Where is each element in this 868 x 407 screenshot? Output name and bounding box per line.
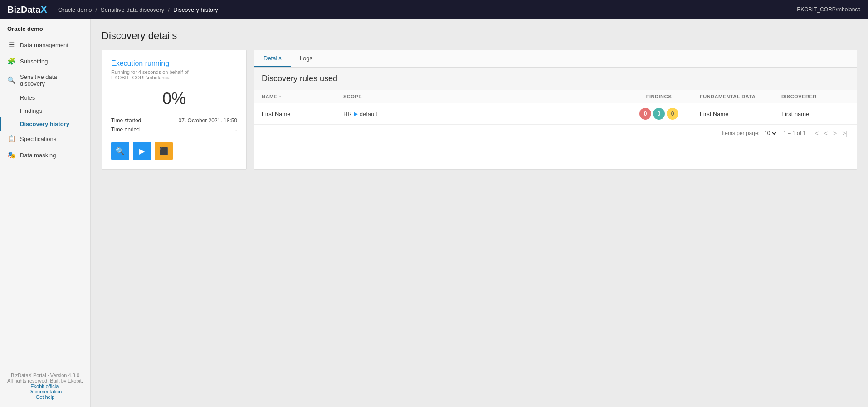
topbar-user: EKOBIT_CORP\mbolanca bbox=[797, 6, 861, 13]
footer-rights: All rights reserved. Built by Ekobit. bbox=[7, 378, 83, 383]
row-findings: 0 0 0 bbox=[618, 108, 700, 120]
sidebar-item-data-management[interactable]: ☰ Data management bbox=[0, 37, 90, 53]
badge-teal: 0 bbox=[653, 108, 665, 120]
badge-red: 0 bbox=[639, 108, 651, 120]
sensitive-data-icon: 🔍 bbox=[7, 76, 15, 84]
sidebar-item-specifications[interactable]: 📋 Specifications bbox=[0, 131, 90, 147]
page-last-button[interactable]: >| bbox=[840, 129, 849, 138]
pagination-nav: |< < > >| bbox=[811, 129, 849, 138]
page-prev-button[interactable]: < bbox=[822, 129, 829, 138]
badge-yellow: 0 bbox=[667, 108, 678, 120]
table-footer: Items per page: 10 25 50 1 – 1 of 1 |< <… bbox=[254, 125, 857, 141]
breadcrumb-sensitive-data-discovery[interactable]: Sensitive data discovery bbox=[101, 6, 164, 13]
breadcrumb-discovery-history: Discovery history bbox=[173, 6, 218, 13]
sidebar: Oracle demo ☰ Data management 🧩 Subsetti… bbox=[0, 19, 91, 407]
execution-subtitle: Running for 4 seconds on behalf of EKOBI… bbox=[111, 69, 237, 80]
play-button[interactable]: ▶ bbox=[133, 142, 151, 160]
logo-x: X bbox=[40, 4, 47, 15]
sidebar-label-data-masking: Data masking bbox=[20, 152, 56, 159]
footer-link-docs[interactable]: Documentation bbox=[7, 389, 83, 394]
findings-badges: 0 0 0 bbox=[618, 108, 700, 120]
col-header-findings: FINDINGS bbox=[618, 94, 700, 99]
footer-version: BizDataX Portal · Version 4.3.0 bbox=[7, 373, 83, 378]
execution-info: Time started 07. October 2021. 18:50 Tim… bbox=[111, 117, 237, 133]
row-fundamental: First Name bbox=[700, 111, 781, 117]
col-header-fundamental: FUNDAMENTAL DATA bbox=[700, 94, 781, 99]
sidebar-item-findings[interactable]: Findings bbox=[0, 104, 90, 117]
execution-status: Execution running bbox=[111, 59, 237, 68]
page-title: Discovery details bbox=[102, 30, 857, 42]
topbar: BizDataX Oracle demo / Sensitive data di… bbox=[0, 0, 868, 19]
sidebar-label-data-management: Data management bbox=[20, 42, 68, 48]
footer-link-help[interactable]: Get help bbox=[7, 394, 83, 400]
breadcrumb: Oracle demo / Sensitive data discovery /… bbox=[58, 6, 218, 13]
scope-arrow-icon: ▶ bbox=[354, 111, 358, 117]
time-started-row: Time started 07. October 2021. 18:50 bbox=[111, 117, 237, 124]
scope-from: HR bbox=[343, 111, 352, 117]
subsetting-icon: 🧩 bbox=[7, 57, 15, 65]
specifications-icon: 📋 bbox=[7, 135, 15, 143]
sidebar-item-data-masking[interactable]: 🎭 Data masking bbox=[0, 147, 90, 163]
table-row: First Name HR ▶ default 0 0 bbox=[254, 103, 857, 125]
time-started-value: 07. October 2021. 18:50 bbox=[179, 117, 237, 124]
col-header-name: NAME ↑ bbox=[262, 94, 343, 99]
time-ended-row: Time ended - bbox=[111, 126, 237, 133]
scope-to: default bbox=[360, 111, 377, 117]
sidebar-label-subsetting: Subsetting bbox=[20, 58, 48, 65]
scope-text: HR ▶ default bbox=[343, 111, 377, 117]
breadcrumb-sep-1: / bbox=[95, 6, 97, 13]
execution-percent: 0% bbox=[111, 89, 237, 108]
time-started-label: Time started bbox=[111, 117, 141, 124]
page-first-button[interactable]: |< bbox=[811, 129, 820, 138]
execution-panel: Execution running Running for 4 seconds … bbox=[102, 50, 247, 170]
breadcrumb-oracle-demo[interactable]: Oracle demo bbox=[58, 6, 92, 13]
sidebar-item-rules[interactable]: Rules bbox=[0, 91, 90, 104]
stop-button[interactable]: ⬛ bbox=[155, 142, 173, 160]
main-content: Discovery details Execution running Runn… bbox=[91, 19, 868, 407]
breadcrumb-sep-2: / bbox=[168, 6, 170, 13]
col-header-scope: SCOPE bbox=[343, 94, 618, 99]
logo: BizDataX bbox=[7, 4, 47, 15]
pagination-range: 1 – 1 of 1 bbox=[783, 130, 806, 136]
sidebar-item-discovery-history[interactable]: Discovery history bbox=[0, 117, 90, 131]
table-header: NAME ↑ SCOPE FINDINGS FUNDAMENTAL DATA D… bbox=[254, 90, 857, 103]
rules-section-title: Discovery rules used bbox=[254, 68, 857, 90]
items-per-page: Items per page: 10 25 50 bbox=[722, 130, 778, 137]
tab-logs[interactable]: Logs bbox=[291, 50, 322, 67]
rules-table: NAME ↑ SCOPE FINDINGS FUNDAMENTAL DATA D… bbox=[254, 90, 857, 141]
content-area: Execution running Running for 4 seconds … bbox=[102, 50, 857, 170]
tab-details[interactable]: Details bbox=[254, 50, 291, 67]
page-next-button[interactable]: > bbox=[831, 129, 839, 138]
time-ended-value: - bbox=[235, 126, 237, 133]
per-page-select[interactable]: 10 25 50 bbox=[762, 130, 778, 137]
search-button[interactable]: 🔍 bbox=[111, 142, 129, 160]
row-name: First Name bbox=[262, 111, 343, 117]
logo-biz: BizData bbox=[7, 5, 40, 15]
sidebar-item-sensitive-data-discovery[interactable]: 🔍 Sensitive data discovery bbox=[0, 69, 90, 91]
tabs-bar: Details Logs bbox=[254, 50, 857, 68]
time-ended-label: Time ended bbox=[111, 126, 140, 133]
row-discoverer: First name bbox=[781, 111, 849, 117]
sidebar-label-sensitive-data-discovery: Sensitive data discovery bbox=[20, 73, 83, 87]
items-per-page-label: Items per page: bbox=[722, 130, 760, 136]
sidebar-item-subsetting[interactable]: 🧩 Subsetting bbox=[0, 53, 90, 69]
data-masking-icon: 🎭 bbox=[7, 151, 15, 159]
rules-panel: Details Logs Discovery rules used NAME ↑… bbox=[254, 50, 857, 170]
footer-link-ekobit[interactable]: Ekobit official bbox=[7, 383, 83, 389]
col-header-discoverer: DISCOVERER bbox=[781, 94, 849, 99]
sidebar-section-title: Oracle demo bbox=[0, 19, 90, 37]
row-scope: HR ▶ default bbox=[343, 111, 618, 117]
execution-actions: 🔍 ▶ ⬛ bbox=[111, 142, 237, 160]
sidebar-footer: BizDataX Portal · Version 4.3.0 All righ… bbox=[0, 365, 90, 407]
sidebar-label-specifications: Specifications bbox=[20, 136, 56, 142]
data-management-icon: ☰ bbox=[7, 41, 15, 49]
